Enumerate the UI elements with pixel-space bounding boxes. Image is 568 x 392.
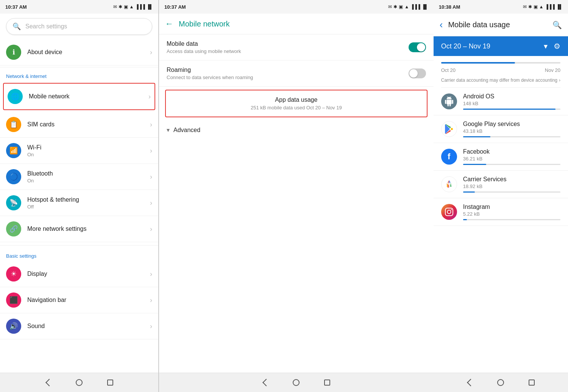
hotspot-chevron-icon: › — [150, 199, 152, 207]
settings-item-wifi[interactable]: 📶 Wi-Fi On › — [0, 138, 158, 164]
back-button-2[interactable] — [261, 378, 269, 387]
nav-bar-2 — [159, 373, 434, 392]
about-title: About device — [27, 49, 150, 56]
mail-icon-3: ✉ — [523, 4, 527, 9]
panel3-search-icon[interactable]: 🔍 — [552, 20, 562, 30]
panel2-header: ← Mobile network — [159, 14, 434, 34]
carrier-icon — [441, 176, 457, 192]
back-button-3[interactable] — [465, 378, 474, 387]
app-data-usage-item[interactable]: App data usage 251 kB mobile data used O… — [165, 90, 428, 117]
app-item-instagram[interactable]: Instagram 5.22 kB — [434, 198, 568, 226]
back-arrow-3[interactable]: ‹ — [440, 19, 443, 31]
android-bar-bg — [463, 109, 560, 110]
android-text: Android OS 148 kB — [463, 93, 560, 110]
search-bar[interactable]: 🔍 Search settings — [6, 18, 152, 35]
settings-item-about[interactable]: ℹ About device › — [0, 39, 158, 65]
sim-icon: 📋 — [6, 117, 21, 132]
carrier-text: Carrier Services 18.92 kB — [463, 176, 560, 193]
instagram-data: 5.22 kB — [463, 211, 560, 217]
usage-note: Carrier data accounting may differ from … — [434, 78, 568, 87]
bluetooth-title: Bluetooth — [27, 170, 150, 177]
navbar-chevron-icon: › — [150, 296, 152, 304]
gplay-name: Google Play services — [463, 121, 560, 128]
settings-item-more-network[interactable]: 🔗 More network settings › — [0, 216, 158, 242]
back-button-1[interactable] — [44, 378, 52, 387]
battery-icon: ▐▌ — [147, 4, 153, 9]
android-name: Android OS — [463, 93, 560, 100]
panel3-title: Mobile data usage — [448, 20, 547, 29]
time-3: 10:38 AM — [439, 4, 460, 10]
about-icon: ℹ — [6, 45, 21, 60]
status-icons-1: ✉ ✱ ▣ ▲ ▐▐▐ ▐▌ — [113, 4, 153, 9]
settings-item-display[interactable]: ☀ Display › — [0, 261, 158, 287]
mobile-data-toggle[interactable] — [409, 42, 426, 52]
more-network-title: More network settings — [27, 226, 150, 232]
recents-button-3[interactable] — [527, 378, 536, 387]
app-item-carrier[interactable]: Carrier Services 18.92 kB — [434, 171, 568, 198]
recents-button-1[interactable] — [106, 378, 114, 387]
android-data: 148 kB — [463, 101, 560, 106]
recents-button-2[interactable] — [323, 378, 331, 387]
sound-chevron-icon: › — [150, 322, 152, 330]
date-range-chevron-icon[interactable]: ▾ — [544, 42, 548, 51]
about-chevron-icon: › — [150, 48, 152, 56]
roaming-title: Roaming — [167, 67, 409, 73]
settings-item-hotspot[interactable]: 📡 Hotspot & tethering Off › — [0, 190, 158, 216]
carrier-bar-fill — [463, 191, 475, 193]
roaming-toggle[interactable] — [409, 68, 426, 78]
settings-item-bluetooth[interactable]: 🔵 Bluetooth On › — [0, 164, 158, 190]
wifi-text: Wi-Fi On — [27, 144, 150, 157]
roaming-item[interactable]: Roaming Connect to data services when ro… — [159, 61, 434, 87]
more-network-icon: 🔗 — [6, 221, 21, 236]
instagram-name: Instagram — [463, 204, 560, 210]
search-placeholder: Search settings — [25, 23, 67, 30]
mobile-network-text: Mobile network — [29, 93, 148, 100]
bluetooth-text: Bluetooth On — [27, 170, 150, 184]
wifi-icon: ▲ — [130, 4, 134, 9]
date-range-gear-icon[interactable]: ⚙ — [554, 42, 560, 51]
sound-icon: 🔊 — [6, 319, 21, 334]
settings-item-sound[interactable]: 🔊 Sound › — [0, 313, 158, 339]
signal-bars-icon-3: ▐▐▐ — [545, 4, 555, 9]
sim-title: SIM cards — [27, 121, 150, 128]
usage-dates: Oct 20 Nov 20 — [441, 67, 560, 73]
navbar-title: Navigation bar — [27, 297, 150, 303]
home-button-1[interactable] — [75, 378, 83, 387]
hotspot-subtitle: Off — [27, 204, 150, 210]
gplay-bar-bg — [463, 136, 560, 137]
settings-scroll: ℹ About device › Network & internet 🌐 Mo… — [0, 39, 158, 373]
home-button-2[interactable] — [292, 378, 300, 387]
back-arrow-2[interactable]: ← — [165, 19, 173, 29]
instagram-bar-bg — [463, 219, 560, 220]
advanced-item[interactable]: ▾ Advanced — [159, 120, 434, 140]
app-item-gplay[interactable]: Google Play services 43.18 kB — [434, 115, 568, 143]
settings-item-sim[interactable]: 📋 SIM cards › — [0, 112, 158, 138]
signal-icon-2: ▣ — [399, 4, 403, 9]
usage-note-text: Carrier data accounting may differ from … — [441, 78, 557, 83]
roaming-text: Roaming Connect to data services when ro… — [167, 67, 409, 80]
instagram-icon — [441, 204, 457, 220]
signal-bars-icon-2: ▐▐▐ — [410, 4, 420, 9]
app-data-title: App data usage — [171, 96, 421, 103]
fb-bar-fill — [463, 164, 487, 165]
mobile-data-item[interactable]: Mobile data Access data using mobile net… — [159, 34, 434, 61]
more-network-text: More network settings — [27, 226, 150, 232]
bluetooth-icon: ✱ — [119, 4, 122, 9]
home-button-3[interactable] — [496, 378, 505, 387]
date-range-bar[interactable]: Oct 20 – Nov 19 ▾ ⚙ — [434, 36, 568, 56]
usage-bar-background — [441, 62, 560, 64]
end-date: Nov 20 — [545, 67, 560, 73]
sound-text: Sound — [27, 323, 150, 330]
more-network-chevron-icon: › — [150, 225, 152, 233]
bluetooth-subtitle: On — [27, 178, 150, 184]
app-item-android[interactable]: Android OS 148 kB — [434, 88, 568, 115]
app-item-fb[interactable]: f Facebook 36.21 kB — [434, 143, 568, 171]
hotspot-text: Hotspot & tethering Off — [27, 196, 150, 210]
settings-item-mobile-network[interactable]: 🌐 Mobile network › — [3, 83, 155, 110]
toggle-knob-mobile — [417, 43, 425, 51]
settings-item-navbar[interactable]: ⬛ Navigation bar › — [0, 287, 158, 313]
mobile-data-title: Mobile data — [167, 40, 409, 47]
fb-bar-bg — [463, 164, 560, 165]
battery-icon-2: ▐▌ — [422, 4, 428, 9]
section-header-basic: Basic settings — [0, 249, 158, 261]
